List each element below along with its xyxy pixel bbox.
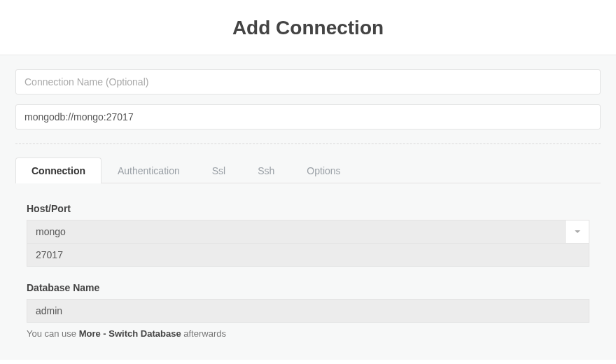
tab-bar: Connection Authentication Ssl Ssh Option… xyxy=(15,157,601,183)
hint-prefix: You can use xyxy=(27,328,79,339)
tab-authentication[interactable]: Authentication xyxy=(102,158,196,183)
tab-options[interactable]: Options xyxy=(290,158,356,183)
tab-connection[interactable]: Connection xyxy=(15,158,102,183)
caret-down-icon xyxy=(575,230,580,233)
tab-ssh[interactable]: Ssh xyxy=(241,158,290,183)
database-hint: You can use More - Switch Database after… xyxy=(27,328,589,339)
database-name-label: Database Name xyxy=(27,282,589,293)
port-input[interactable] xyxy=(27,244,589,267)
host-input[interactable] xyxy=(27,220,566,244)
tab-content-connection: Host/Port Database Name You can use More… xyxy=(15,183,601,346)
dialog-header: Add Connection xyxy=(0,0,616,55)
hint-strong: More - Switch Database xyxy=(79,328,181,339)
host-port-label: Host/Port xyxy=(27,203,589,214)
hint-suffix: afterwards xyxy=(181,328,226,339)
host-row xyxy=(27,220,589,244)
form-divider xyxy=(15,144,601,144)
database-name-input[interactable] xyxy=(27,299,589,323)
connection-name-input[interactable] xyxy=(15,69,601,94)
database-row xyxy=(27,299,589,323)
connection-uri-input[interactable] xyxy=(15,104,601,130)
host-dropdown-button[interactable] xyxy=(566,220,589,244)
tab-ssl[interactable]: Ssl xyxy=(196,158,241,183)
dialog-body: Connection Authentication Ssl Ssh Option… xyxy=(0,55,616,360)
dialog-title: Add Connection xyxy=(0,17,616,39)
port-row xyxy=(27,244,589,267)
